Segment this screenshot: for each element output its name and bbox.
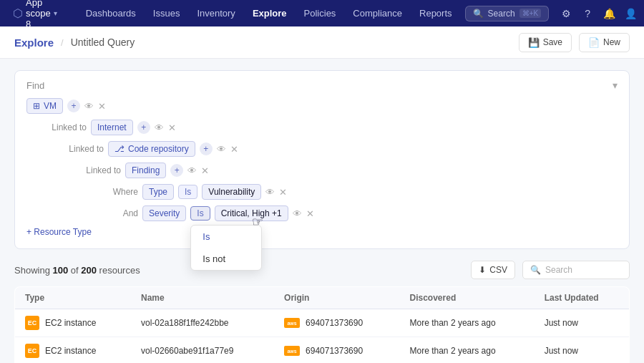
row-discovered-cell: More than 2 years ago xyxy=(400,309,535,337)
internet-close-icon[interactable]: ✕ xyxy=(168,122,176,133)
notifications-icon[interactable]: 🔔 xyxy=(599,4,619,24)
finding-prefix: Linked to xyxy=(78,165,121,175)
nav-item-explore[interactable]: Explore xyxy=(245,5,294,21)
type-value-tag[interactable]: Vulnerability xyxy=(202,184,261,200)
finding-add-button[interactable]: + xyxy=(170,164,183,177)
app-scope-selector[interactable]: ⬡ App scope 8 ▾ xyxy=(9,0,62,32)
internet-prefix: Linked to xyxy=(44,122,87,132)
col-type: Type xyxy=(15,287,131,309)
row-name-cell: vol-02660abe91f1a77e9 xyxy=(131,337,274,364)
row-type-label: EC2 instance xyxy=(45,318,96,328)
type-operator-label: Is xyxy=(185,187,191,197)
nav-item-policies[interactable]: Policies xyxy=(297,5,343,21)
new-button[interactable]: 📄 New xyxy=(579,33,630,52)
vm-tag-icon: ⊞ xyxy=(33,101,40,111)
type-eye-icon[interactable]: 👁 xyxy=(265,187,275,198)
ec2-icon: EC xyxy=(25,344,39,358)
nav-item-reports[interactable]: Reports xyxy=(412,5,459,21)
save-button[interactable]: 💾 Save xyxy=(519,33,572,52)
dropdown-option-is[interactable]: Is xyxy=(191,226,261,248)
internet-tag-label: Internet xyxy=(97,122,127,132)
type-value-label: Vulnerability xyxy=(208,187,255,197)
code-repo-eye-icon[interactable]: 👁 xyxy=(217,144,226,155)
code-repo-close-icon[interactable]: ✕ xyxy=(230,144,238,155)
type-close-icon[interactable]: ✕ xyxy=(279,187,287,198)
csv-export-button[interactable]: ⬇ CSV xyxy=(471,261,515,279)
filter-rows: ⊞ VM + 👁 ✕ Linked to Internet + 👁 ✕ Link… xyxy=(26,98,618,221)
type-field-tag[interactable]: Type xyxy=(142,184,174,200)
internet-tag[interactable]: Internet xyxy=(91,120,133,135)
finding-tag[interactable]: Finding xyxy=(125,163,166,178)
save-icon: 💾 xyxy=(528,37,540,48)
nav-item-compliance[interactable]: Compliance xyxy=(346,5,409,21)
code-repo-tag[interactable]: ⎇ Code repository xyxy=(108,141,195,157)
severity-eye-icon[interactable]: 👁 xyxy=(293,208,302,219)
search-label: Search xyxy=(488,9,515,19)
table-header-row: Type Name Origin Discovered Last Updated xyxy=(15,287,630,309)
table-search-placeholder: Search xyxy=(545,265,572,275)
type-operator[interactable]: Is xyxy=(178,185,197,199)
main-content: Find ▾ ⊞ VM + 👁 ✕ Linked to Internet + xyxy=(0,59,644,363)
table-row[interactable]: EC EC2 instance vol-02660abe91f1a77e9 aw… xyxy=(15,337,630,364)
search-shortcut: ⌘+K xyxy=(519,9,542,18)
vm-close-icon[interactable]: ✕ xyxy=(98,101,106,112)
find-header[interactable]: Find ▾ xyxy=(26,79,618,91)
col-last-updated: Last Updated xyxy=(535,287,630,309)
row-origin-cell: aws 694071373690 xyxy=(274,309,399,337)
operator-dropdown: Is Is not xyxy=(190,225,262,271)
severity-operator[interactable]: Is xyxy=(190,206,210,221)
global-search[interactable]: 🔍 Search ⌘+K xyxy=(465,6,550,21)
help-icon[interactable]: ? xyxy=(577,4,597,24)
app-scope-label: App scope 8 xyxy=(26,0,51,29)
severity-operator-label: Is xyxy=(197,208,203,218)
find-panel: Find ▾ ⊞ VM + 👁 ✕ Linked to Internet + xyxy=(14,70,630,249)
code-repo-tag-icon: ⎇ xyxy=(114,144,125,154)
col-name: Name xyxy=(131,287,274,309)
severity-value-tag[interactable]: Critical, High +1 xyxy=(215,205,288,221)
vm-tag[interactable]: ⊞ VM xyxy=(26,98,63,114)
results-count-text: Showing 100 of 200 resources xyxy=(14,265,140,276)
settings-icon[interactable]: ⚙ xyxy=(556,4,576,24)
find-collapse-icon[interactable]: ▾ xyxy=(613,79,618,91)
severity-field-tag[interactable]: Severity xyxy=(142,205,186,221)
internet-eye-icon[interactable]: 👁 xyxy=(155,122,164,133)
new-label: New xyxy=(603,37,620,47)
showing-count: 100 xyxy=(52,265,68,276)
severity-value-label: Critical, High +1 xyxy=(221,208,282,218)
aws-icon: aws xyxy=(284,346,300,356)
row-type-cell: EC EC2 instance xyxy=(15,337,131,364)
vm-add-button[interactable]: + xyxy=(67,100,80,112)
table-row[interactable]: EC EC2 instance vol-02a188f1ffe242bbe aw… xyxy=(15,309,630,337)
col-discovered: Discovered xyxy=(400,287,535,309)
row-discovered-cell: More than 2 years ago xyxy=(400,337,535,364)
internet-add-button[interactable]: + xyxy=(137,121,150,134)
row-origin-account: 694071373690 xyxy=(306,346,363,356)
page-title: Explore xyxy=(14,37,54,49)
finding-eye-icon[interactable]: 👁 xyxy=(187,165,197,176)
page-header: Explore / Untitled Query 💾 Save 📄 New xyxy=(0,26,644,59)
vm-eye-icon[interactable]: 👁 xyxy=(84,101,94,112)
code-repo-add-button[interactable]: + xyxy=(200,142,213,155)
row-origin-account: 694071373690 xyxy=(306,318,363,328)
severity-close-icon[interactable]: ✕ xyxy=(306,208,314,219)
resources-table: Type Name Origin Discovered Last Updated… xyxy=(14,286,630,363)
save-label: Save xyxy=(543,37,562,47)
filter-row-internet: Linked to Internet + 👁 ✕ xyxy=(26,120,618,135)
nav-item-issues[interactable]: Issues xyxy=(146,5,187,21)
chevron-down-icon: ▾ xyxy=(54,9,57,17)
finding-close-icon[interactable]: ✕ xyxy=(201,165,209,176)
nav-item-inventory[interactable]: Inventory xyxy=(190,5,242,21)
filter-row-vm: ⊞ VM + 👁 ✕ xyxy=(26,98,618,114)
csv-label: CSV xyxy=(489,265,507,275)
add-resource-type-button[interactable]: + Resource Type xyxy=(26,224,618,240)
dropdown-option-is-not[interactable]: Is not xyxy=(191,248,261,270)
row-name-cell: vol-02a188f1ffe242bbe xyxy=(131,309,274,337)
code-repo-tag-label: Code repository xyxy=(128,144,189,154)
row-last-updated-cell: Just now xyxy=(535,309,630,337)
nav-item-dashboards[interactable]: Dashboards xyxy=(79,5,143,21)
new-icon: 📄 xyxy=(588,37,600,48)
aws-icon: aws xyxy=(284,318,300,328)
header-separator: / xyxy=(61,37,64,48)
table-search-box[interactable]: 🔍 Search xyxy=(522,261,630,279)
user-avatar[interactable]: 👤 xyxy=(620,4,640,24)
